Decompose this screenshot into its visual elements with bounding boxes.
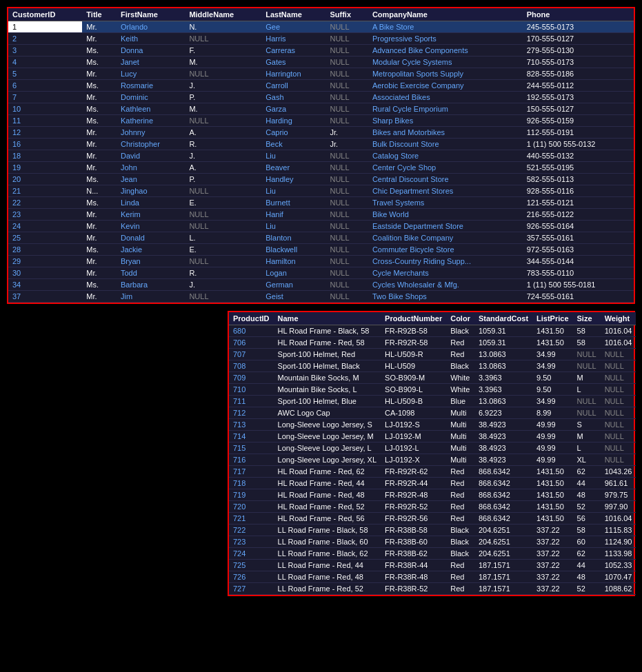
table-cell: FR-R92R-58 — [381, 337, 446, 349]
table-row[interactable]: 28Ms.JackieE.BlackwellNULLCommuter Bicyc… — [8, 244, 634, 256]
table-row[interactable]: 21N...JinghaoNULLLiuNULLChic Department … — [8, 185, 634, 197]
table-row[interactable]: 10Ms.KathleenM.GarzaNULLRural Cycle Empo… — [8, 103, 634, 115]
products-table: ProductID Name ProductNumber Color Stand… — [229, 312, 636, 595]
col-header-customerid[interactable]: CustomerID — [8, 8, 82, 21]
table-row[interactable]: 6Ms.RosmarieJ.CarrollNULLAerobic Exercis… — [8, 80, 634, 92]
col-header-weight[interactable]: Weight — [601, 312, 636, 325]
table-cell: 521-555-0195 — [523, 162, 634, 174]
col-header-phone[interactable]: Phone — [523, 8, 634, 21]
table-cell: NULL — [601, 360, 636, 372]
table-row[interactable]: 12Mr.JohnnyA.CaprioJr.Bikes and Motorbik… — [8, 127, 634, 139]
table-cell: Jean — [117, 174, 185, 185]
table-row[interactable]: 7Mr.DominicP.GashNULLAssociated Bikes192… — [8, 92, 634, 103]
table-cell: Jackie — [117, 244, 185, 256]
table-row[interactable]: 721HL Road Frame - Red, 56FR-R92R-56Red8… — [229, 513, 636, 525]
table-row[interactable]: 11Ms.KatherineNULLHardingNULLSharp Bikes… — [8, 115, 634, 127]
col-header-companyname[interactable]: CompanyName — [368, 8, 523, 21]
table-row[interactable]: 19Mr.JohnA.BeaverNULLCenter Cycle Shop52… — [8, 162, 634, 174]
table-cell: XL — [573, 454, 601, 466]
col-header-suffix[interactable]: Suffix — [325, 8, 368, 21]
col-header-productnumber[interactable]: ProductNumber — [381, 312, 446, 325]
table-cell: 10 — [8, 103, 82, 115]
table-row[interactable]: 5Mr.LucyNULLHarringtonNULLMetropolitan S… — [8, 68, 634, 80]
table-row[interactable]: 714Long-Sleeve Logo Jersey, MLJ-0192-MMu… — [229, 431, 636, 442]
table-cell: Central Discount Store — [368, 174, 523, 185]
table-row[interactable]: 16Mr.ChristopherR.BeckJr.Bulk Discount S… — [8, 139, 634, 150]
col-header-size[interactable]: Size — [573, 312, 601, 325]
table-cell: NULL — [601, 431, 636, 442]
table-row[interactable]: 711Sport-100 Helmet, BlueHL-U509-BBlue13… — [229, 396, 636, 407]
table-cell: NULL — [325, 209, 368, 221]
table-row[interactable]: 29Mr.BryanNULLHamiltonNULLCross-Country … — [8, 256, 634, 267]
table-cell: 13.0863 — [474, 349, 532, 360]
table-cell: Catalog Store — [368, 150, 523, 162]
col-header-firstname[interactable]: FirstName — [117, 8, 185, 21]
table-row[interactable]: 720HL Road Frame - Red, 52FR-R92R-52Red8… — [229, 501, 636, 513]
table-row[interactable]: 709Mountain Bike Socks, MSO-B909-MWhite3… — [229, 372, 636, 384]
table-row[interactable]: 22Ms.LindaE.BurnettNULLTravel Systems121… — [8, 197, 634, 209]
table-row[interactable]: 710Mountain Bike Socks, LSO-B909-LWhite3… — [229, 384, 636, 396]
col-header-color[interactable]: Color — [446, 312, 474, 325]
table-row[interactable]: 716Long-Sleeve Logo Jersey, XLLJ-0192-XM… — [229, 454, 636, 466]
table-row[interactable]: 715Long-Sleeve Logo Jersey, LLJ-0192-LMu… — [229, 442, 636, 454]
table-row[interactable]: 706HL Road Frame - Red, 58FR-R92R-58Red1… — [229, 337, 636, 349]
table-row[interactable]: 24Mr.KevinNULLLiuNULLEastside Department… — [8, 221, 634, 232]
table-row[interactable]: 20Ms.JeanP.HandleyNULLCentral Discount S… — [8, 174, 634, 185]
table-cell: 22 — [8, 197, 82, 209]
table-row[interactable]: 34Ms.BarbaraJ.GermanNULLCycles Wholesale… — [8, 279, 634, 291]
table-row[interactable]: 23Mr.KerimNULLHanifNULLBike World216-555… — [8, 209, 634, 221]
table-cell: NULL — [325, 256, 368, 267]
table-cell: Mr. — [82, 256, 117, 267]
table-cell: FR-R92R-48 — [381, 489, 446, 501]
col-header-middlename[interactable]: MiddleName — [185, 8, 261, 21]
table-row[interactable]: 717HL Road Frame - Red, 62FR-R92R-62Red8… — [229, 466, 636, 478]
table-cell: LL Road Frame - Black, 60 — [274, 536, 381, 548]
col-header-listprice[interactable]: ListPrice — [532, 312, 572, 325]
table-cell: 337.22 — [532, 571, 572, 583]
table-row[interactable]: 722LL Road Frame - Black, 58FR-R38B-58Bl… — [229, 525, 636, 536]
table-cell: 868.6342 — [474, 478, 532, 489]
table-row[interactable]: 708Sport-100 Helmet, BlackHL-U509Black13… — [229, 360, 636, 372]
table-row[interactable]: 723LL Road Frame - Black, 60FR-R38B-60Bl… — [229, 536, 636, 548]
table-row[interactable]: 3Ms.DonnaF.CarrerasNULLAdvanced Bike Com… — [8, 45, 634, 57]
table-row[interactable]: 2Mr.KeithNULLHarrisNULLProgressive Sport… — [8, 33, 634, 45]
table-cell: 727 — [229, 583, 274, 595]
table-cell: Carroll — [261, 80, 325, 92]
col-header-name[interactable]: Name — [274, 312, 381, 325]
table-cell: Gash — [261, 92, 325, 103]
table-row[interactable]: 727LL Road Frame - Red, 52FR-R38R-52Red1… — [229, 583, 636, 595]
col-header-title[interactable]: Title — [82, 8, 117, 21]
table-cell: LJ-0192-S — [381, 419, 446, 431]
table-row[interactable]: 4Ms.JanetM.GatesNULLModular Cycle System… — [8, 57, 634, 68]
table-row[interactable]: 712AWC Logo CapCA-1098Multi6.92238.99NUL… — [229, 407, 636, 419]
table-row[interactable]: 719HL Road Frame - Red, 48FR-R92R-48Red8… — [229, 489, 636, 501]
col-header-productid[interactable]: ProductID — [229, 312, 274, 325]
table-row[interactable]: 725LL Road Frame - Red, 44FR-R38R-44Red1… — [229, 560, 636, 571]
table-row[interactable]: 680HL Road Frame - Black, 58FR-R92B-58Bl… — [229, 325, 636, 337]
table-cell: 1088.62 — [601, 583, 636, 595]
table-cell: N. — [185, 21, 261, 33]
table-cell: AWC Logo Cap — [274, 407, 381, 419]
col-header-lastname[interactable]: LastName — [261, 8, 325, 21]
table-cell: 721 — [229, 513, 274, 525]
table-row[interactable]: 1Mr.OrlandoN.GeeNULLA Bike Store245-555-… — [8, 21, 634, 33]
table-cell: 440-555-0132 — [523, 150, 634, 162]
table-cell: 680 — [229, 325, 274, 337]
table-cell: 1016.04 — [601, 325, 636, 337]
col-header-standardcost[interactable]: StandardCost — [474, 312, 532, 325]
table-cell: 48 — [573, 571, 601, 583]
table-cell: Blanton — [261, 232, 325, 244]
table-cell: Red — [446, 571, 474, 583]
table-cell: Ms. — [82, 57, 117, 68]
table-row[interactable]: 713Long-Sleeve Logo Jersey, SLJ-0192-SMu… — [229, 419, 636, 431]
table-cell: 187.1571 — [474, 560, 532, 571]
table-row[interactable]: 18Mr.DavidJ.LiuNULLCatalog Store440-555-… — [8, 150, 634, 162]
table-cell: 245-555-0173 — [523, 21, 634, 33]
table-row[interactable]: 30Mr.ToddR.LoganNULLCycle Merchants783-5… — [8, 267, 634, 279]
table-row[interactable]: 724LL Road Frame - Black, 62FR-R38B-62Bl… — [229, 548, 636, 560]
table-row[interactable]: 718HL Road Frame - Red, 44FR-R92R-44Red8… — [229, 478, 636, 489]
table-row[interactable]: 707Sport-100 Helmet, RedHL-U509-RRed13.0… — [229, 349, 636, 360]
table-row[interactable]: 37Mr.JimNULLGeistNULLTwo Bike Shops724-5… — [8, 291, 634, 303]
table-row[interactable]: 25Mr.DonaldL.BlantonNULLCoalition Bike C… — [8, 232, 634, 244]
table-row[interactable]: 726LL Road Frame - Red, 48FR-R38R-48Red1… — [229, 571, 636, 583]
